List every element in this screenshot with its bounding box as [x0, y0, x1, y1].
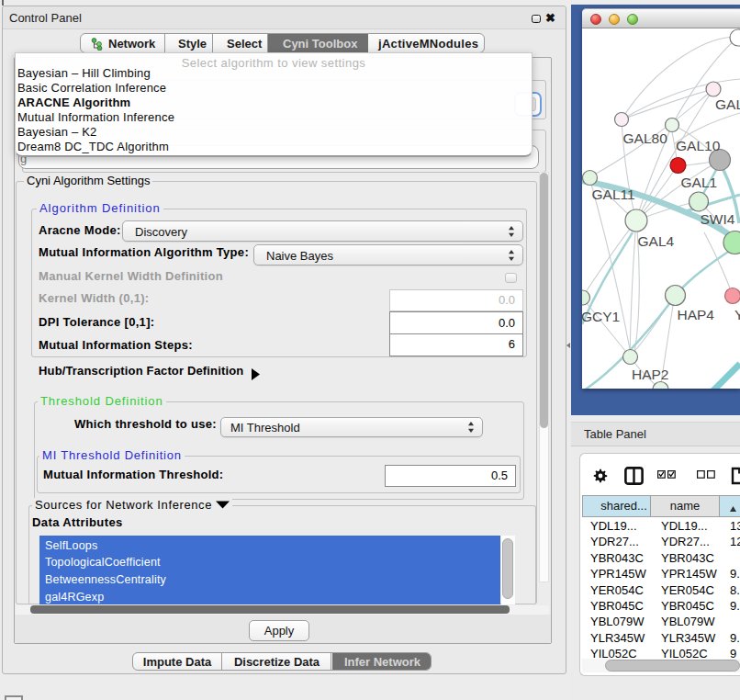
svg-text:GCY1: GCY1: [582, 309, 620, 324]
svg-text:GAL80: GAL80: [623, 130, 668, 146]
svg-text:GAL4: GAL4: [638, 233, 675, 249]
svg-text:GAL10: GAL10: [676, 138, 721, 153]
svg-text:Y: Y: [734, 307, 740, 322]
svg-text:GAL11: GAL11: [592, 186, 635, 202]
svg-text:GAL: GAL: [715, 96, 740, 112]
svg-text:SWI4: SWI4: [701, 211, 735, 227]
svg-text:GAL1: GAL1: [681, 175, 718, 190]
svg-text:HAP2: HAP2: [632, 367, 669, 382]
svg-text:HAP4: HAP4: [678, 307, 715, 322]
